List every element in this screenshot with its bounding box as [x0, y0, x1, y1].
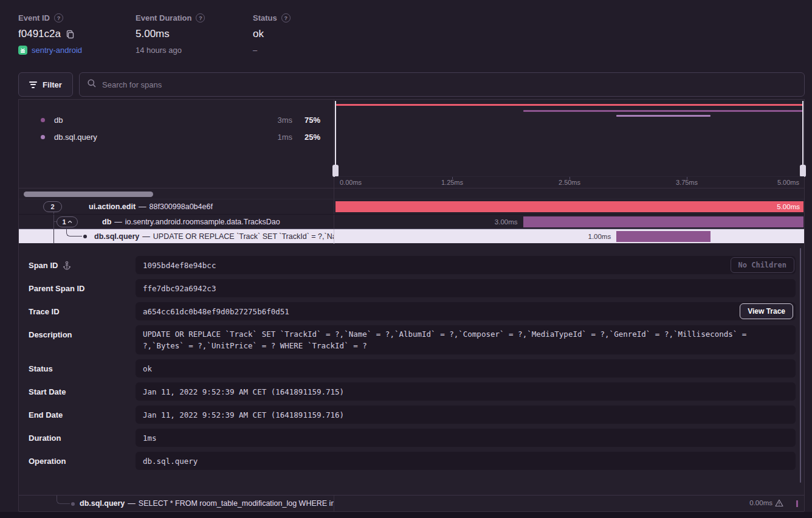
description-value: UPDATE OR REPLACE `Track` SET `TrackId` … [136, 325, 796, 354]
no-children-badge: No Children [731, 257, 794, 273]
separator-dash: — [128, 499, 136, 508]
event-duration-label: Event Duration [136, 13, 191, 22]
minimap-span-query [616, 115, 710, 117]
help-icon[interactable]: ? [281, 13, 291, 22]
span-description: 88f300998a0b4e6f [150, 202, 213, 211]
span-bar-db[interactable] [523, 216, 803, 227]
op-color-dot [41, 118, 45, 122]
event-duration-value: 5.00ms [136, 28, 170, 40]
detail-label: Duration [29, 433, 61, 443]
spans-toolbar: Filter [18, 72, 805, 97]
axis-tick: 3.75ms [676, 179, 698, 186]
span-children-badge[interactable]: 1 [57, 216, 78, 227]
span-row-db[interactable]: 1 db — io.sentry.android.roomsample.data… [19, 214, 804, 229]
span-row-select-query[interactable]: db.sql.query — SELECT * FROM room_table_… [19, 495, 804, 512]
span-description: SELECT * FROM room_table_modification_lo… [139, 499, 334, 508]
time-axis: 0.00ms 1.25ms 2.50ms 3.75ms 5.00ms [335, 176, 804, 188]
separator-dash: — [114, 218, 122, 226]
view-trace-button[interactable]: View Trace [740, 303, 793, 319]
minimap-span-root [336, 104, 803, 106]
event-detail-page: Event ID ? f0491c2a [0, 0, 812, 512]
tree-connector [57, 496, 70, 504]
spans-panel: db 3ms 75% db.sql.query 1ms 25% [18, 99, 805, 511]
zero-duration-bar [796, 500, 798, 507]
tree-node-dot [83, 235, 87, 238]
detail-label: Operation [29, 457, 66, 466]
span-bar-query[interactable] [616, 231, 710, 242]
spans-overview: db 3ms 75% db.sql.query 1ms 25% [19, 100, 804, 188]
op-name: db [54, 116, 63, 125]
filter-icon [29, 80, 37, 89]
detail-label: End Date [29, 410, 63, 420]
copy-icon[interactable] [66, 30, 75, 39]
minimap-grab-right[interactable] [800, 165, 806, 177]
anchor-icon[interactable] [63, 261, 71, 270]
trace-id-value: a654cc61dc0b48ef9d0b27275b6f0d51 View Tr… [136, 302, 796, 320]
op-percent: 25% [304, 133, 320, 142]
ops-breakdown: db 3ms 75% db.sql.query 1ms 25% [19, 100, 334, 188]
minimap-grab-left[interactable] [332, 165, 339, 177]
duration-value: 1ms [136, 429, 796, 447]
span-op: db.sql.query [94, 232, 139, 241]
status-sub: – [253, 46, 257, 55]
event-id-value: f0491c2a [18, 28, 61, 40]
span-duration: 0.00ms [749, 496, 783, 510]
span-search [79, 72, 805, 97]
detail-label: Parent Span ID [29, 284, 84, 293]
minimap-span-db [523, 110, 803, 112]
axis-tick: 5.00ms [777, 179, 799, 186]
detail-label: Description [29, 330, 72, 339]
android-project-icon [18, 46, 27, 55]
trace-minimap[interactable]: 0.00ms 1.25ms 2.50ms 3.75ms 5.00ms [335, 100, 804, 188]
span-description: io.sentry.android.roomsample.data.Tracks… [125, 218, 280, 226]
filter-button-label: Filter [43, 80, 62, 89]
span-details: Span ID 1095bd4ef8e94bcc No Children Par… [19, 243, 804, 488]
span-op: db [102, 218, 111, 226]
filter-button[interactable]: Filter [18, 72, 73, 97]
status-detail-value: ok [136, 359, 796, 378]
status-column: Status ? ok – [253, 13, 291, 55]
op-color-dot [41, 135, 45, 139]
axis-tick: 2.50ms [559, 179, 580, 186]
event-id-label: Event ID [18, 13, 50, 22]
minimap-handle-right[interactable] [802, 101, 803, 166]
separator-dash: — [139, 202, 146, 211]
span-row-root[interactable]: 2 ui.action.edit — 88f300998a0b4e6f 5.00… [19, 199, 804, 214]
vertical-scrollbar[interactable] [800, 248, 801, 483]
span-row-query-selected[interactable]: db.sql.query — UPDATE OR REPLACE `Track`… [19, 229, 804, 243]
detail-label: Status [29, 364, 53, 373]
op-name: db.sql.query [54, 133, 97, 142]
help-icon[interactable]: ? [196, 13, 205, 22]
op-percent: 75% [304, 116, 320, 125]
detail-label: Trace ID [29, 307, 60, 316]
minimap-canvas[interactable] [335, 100, 804, 177]
tree-connector [66, 229, 82, 237]
end-date-value: Jan 11, 2022 9:52:39 AM CET (1641891159.… [136, 406, 796, 424]
span-duration: 3.00ms [495, 215, 518, 229]
span-duration: 5.00ms [777, 201, 800, 212]
operation-value: db.sql.query [136, 452, 796, 470]
help-icon[interactable]: ? [54, 13, 63, 22]
horizontal-scrollbar[interactable] [24, 192, 153, 197]
tree-connector [53, 229, 54, 244]
axis-tick: 1.25ms [441, 179, 463, 186]
span-bar-root[interactable]: 5.00ms [335, 201, 803, 212]
event-id-column: Event ID ? f0491c2a [18, 13, 82, 55]
span-children-badge[interactable]: 2 [43, 201, 62, 212]
span-op: ui.action.edit [89, 202, 136, 211]
chevron-up-icon [67, 220, 72, 224]
span-description: UPDATE OR REPLACE `Track` SET `TrackId` … [153, 232, 334, 241]
detail-label: Start Date [29, 387, 66, 396]
parent-span-id-value: ffe7dbc92a6942c3 [136, 279, 796, 297]
start-date-value: Jan 11, 2022 9:52:39 AM CET (1641891159.… [136, 382, 796, 401]
separator-dash: — [142, 232, 150, 241]
project-link[interactable]: sentry-android [32, 46, 82, 55]
ops-breakdown-row: db.sql.query 1ms 25% [19, 131, 334, 143]
search-input[interactable] [102, 80, 797, 89]
event-duration-column: Event Duration ? 5.00ms 14 hours ago [136, 13, 205, 55]
span-duration: 1.00ms [588, 229, 611, 244]
ops-breakdown-row: db 3ms 75% [19, 114, 334, 126]
span-id-value: 1095bd4ef8e94bcc No Children [136, 256, 796, 274]
tree-node-dot [71, 502, 75, 506]
minimap-handle-left[interactable] [335, 101, 336, 166]
